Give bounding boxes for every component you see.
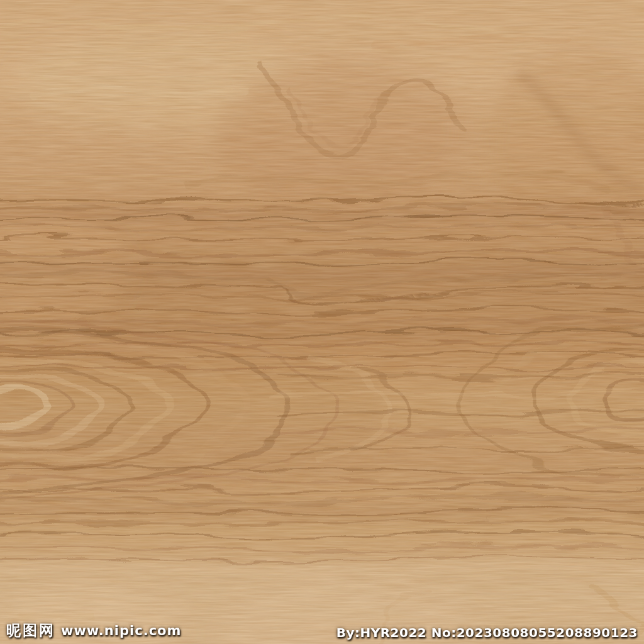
wood-grain-art [0,0,644,644]
nipic-logo: 昵图网 [6,621,55,640]
watermark-credit: By:HYR2022 No:20230808055208890123 [336,625,638,640]
watermark-url: www.nipic.com [61,623,181,638]
watermark-site: 昵图网 www.nipic.com [6,621,181,640]
wood-texture-image: 昵图网 www.nipic.com By:HYR2022 No:20230808… [0,0,644,644]
